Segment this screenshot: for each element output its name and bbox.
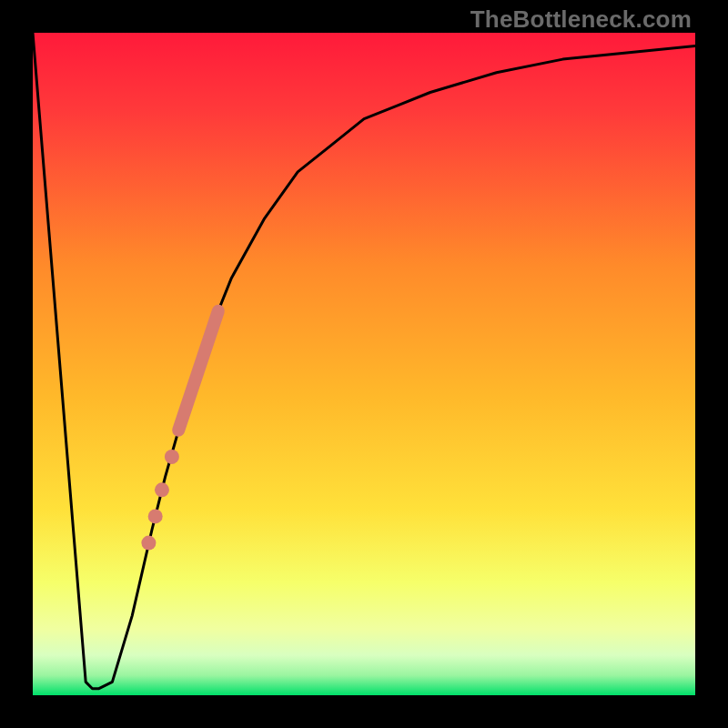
marker-dot	[165, 450, 179, 464]
curve-path	[33, 33, 695, 689]
marker-dot	[148, 509, 163, 523]
chart-frame: TheBottleneck.com	[0, 0, 728, 728]
bottleneck-curve	[33, 33, 695, 695]
marker-dot	[141, 536, 156, 551]
marker-dot	[155, 482, 169, 497]
watermark-text: TheBottleneck.com	[470, 5, 692, 34]
marker-segment	[178, 311, 218, 430]
plot-area	[33, 33, 695, 695]
